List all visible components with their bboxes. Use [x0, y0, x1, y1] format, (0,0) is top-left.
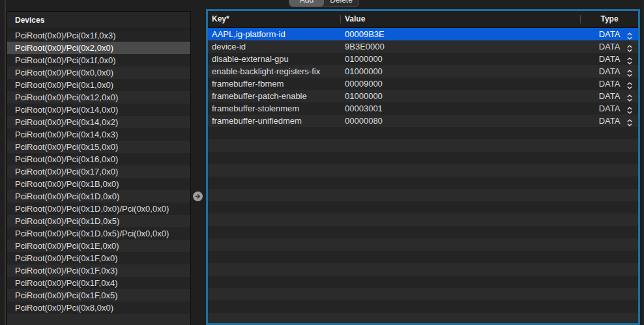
properties-table: Key* Value Type AAPL,ig-platform-id00009…	[206, 9, 640, 325]
device-list-item[interactable]: PciRoot(0x0)/Pci(0x1F,0x4)	[7, 277, 190, 289]
empty-table-stripe	[208, 189, 638, 201]
empty-table-stripe	[208, 152, 638, 164]
empty-table-stripe	[208, 127, 638, 139]
property-type-popup[interactable]: DATA	[581, 78, 638, 90]
property-value-cell[interactable]: 00003001	[345, 102, 383, 115]
empty-table-stripe	[208, 238, 638, 251]
device-list-item[interactable]: PciRoot(0x0)/Pci(0x14,0x3)	[7, 128, 190, 141]
add-delete-segmented-control: Add Delete	[289, 0, 359, 7]
empty-table-stripe	[208, 226, 638, 238]
property-value-cell[interactable]: 01000000	[345, 65, 383, 78]
properties-table-header: Key* Value Type	[208, 11, 638, 28]
property-key-cell[interactable]: framebuffer-unifiedmem	[212, 115, 338, 127]
transfer-arrow-button[interactable]	[193, 191, 203, 201]
property-row[interactable]: device-id9B3E0000DATA	[208, 40, 638, 53]
empty-table-stripe	[208, 164, 638, 177]
device-list-item[interactable]: PciRoot(0x0)/Pci(0x1f,0x3)	[7, 29, 190, 42]
property-value-cell[interactable]: 00009000	[345, 78, 383, 90]
device-list-item[interactable]: PciRoot(0x0)/Pci(0x16,0x0)	[7, 153, 190, 165]
empty-table-stripe	[208, 276, 638, 288]
arrow-right-icon	[195, 193, 201, 199]
column-header-key[interactable]: Key*	[212, 11, 229, 27]
devices-properties-screen: { "toolbar": { "segments": [ { "label": …	[0, 0, 644, 325]
property-type-popup[interactable]: DATA	[581, 53, 638, 65]
property-value-cell[interactable]: 01000000	[345, 90, 383, 102]
empty-table-stripe	[208, 177, 638, 189]
property-key-cell[interactable]: disable-external-gpu	[212, 53, 338, 65]
property-type-label: DATA	[599, 78, 621, 90]
device-list-item[interactable]: PciRoot(0x0)/Pci(0x8,0x0)	[7, 302, 190, 314]
property-row[interactable]: framebuffer-stolenmem00003001DATA	[208, 102, 638, 115]
device-list: PciRoot(0x0)/Pci(0x1f,0x3)PciRoot(0x0)/P…	[7, 29, 190, 325]
device-list-item[interactable]: PciRoot(0x0)/Pci(0x1D,0x0)/Pci(0x0,0x0)	[7, 203, 190, 215]
sidebar-splitter[interactable]	[5, 0, 6, 325]
property-row[interactable]: framebuffer-unifiedmem00000080DATA	[208, 115, 638, 127]
property-value-cell[interactable]: 00000080	[345, 115, 383, 127]
property-key-cell[interactable]: enable-backlight-registers-fix	[212, 65, 338, 78]
device-list-item[interactable]: PciRoot(0x0)/Pci(0x1F,0x3)	[7, 264, 190, 277]
empty-table-stripe	[208, 214, 638, 226]
device-list-item[interactable]: PciRoot(0x0)/Pci(0x1D,0x5)/Pci(0x0,0x0)	[7, 227, 190, 240]
property-type-label: DATA	[599, 40, 621, 53]
empty-table-stripe	[208, 201, 638, 214]
property-key-cell[interactable]: device-id	[212, 40, 338, 53]
device-list-item[interactable]: PciRoot(0x0)/Pci(0x1F,0x5)	[7, 289, 190, 302]
device-list-item[interactable]: PciRoot(0x0)/Pci(0x1D,0x0)	[7, 190, 190, 203]
device-list-item[interactable]: PciRoot(0x0)/Pci(0x1D,0x5)	[7, 215, 190, 227]
device-list-item[interactable]: PciRoot(0x0)/Pci(0x14,0x2)	[7, 116, 190, 128]
device-list-item[interactable]: PciRoot(0x0)/Pci(0x17,0x0)	[7, 165, 190, 178]
column-divider	[580, 15, 581, 23]
property-type-popup[interactable]: DATA	[581, 28, 638, 40]
device-list-item[interactable]: PciRoot(0x0)/Pci(0x15,0x0)	[7, 141, 190, 153]
property-key-cell[interactable]: framebuffer-stolenmem	[212, 102, 338, 115]
device-list-item[interactable]: PciRoot(0x0)/Pci(0x0,0x0)	[7, 66, 190, 79]
column-header-type[interactable]: Type	[581, 11, 638, 27]
devices-panel: Devices PciRoot(0x0)/Pci(0x1f,0x3)PciRoo…	[7, 11, 191, 325]
device-list-item[interactable]: PciRoot(0x0)/Pci(0x12,0x0)	[7, 91, 190, 104]
up-down-chevrons-icon[interactable]	[627, 117, 632, 130]
empty-table-stripe	[208, 139, 638, 152]
device-list-item[interactable]: PciRoot(0x0)/Pci(0x1F,0x0)	[7, 252, 190, 264]
column-header-value[interactable]: Value	[345, 11, 365, 27]
window-edge-divider	[643, 0, 643, 325]
property-type-popup[interactable]: DATA	[581, 102, 638, 115]
property-key-cell[interactable]: framebuffer-patch-enable	[212, 90, 338, 102]
devices-panel-header: Devices	[7, 12, 190, 29]
empty-table-stripe	[208, 251, 638, 263]
property-type-popup[interactable]: DATA	[581, 90, 638, 102]
property-type-label: DATA	[599, 65, 621, 78]
property-key-cell[interactable]: framebuffer-fbmem	[212, 78, 338, 90]
device-list-item[interactable]: PciRoot(0x0)/Pci(0x1B,0x0)	[7, 178, 190, 190]
device-list-item[interactable]: PciRoot(0x0)/Pci(0x1E,0x0)	[7, 240, 190, 252]
property-row[interactable]: framebuffer-patch-enable01000000DATA	[208, 90, 638, 102]
property-type-popup[interactable]: DATA	[581, 115, 638, 127]
property-type-label: DATA	[599, 53, 621, 65]
property-value-cell[interactable]: 9B3E0000	[345, 40, 385, 53]
empty-table-stripe	[208, 288, 638, 300]
property-type-popup[interactable]: DATA	[581, 40, 638, 53]
property-key-cell[interactable]: AAPL,ig-platform-id	[212, 28, 338, 40]
property-type-label: DATA	[599, 102, 621, 115]
device-list-item[interactable]: PciRoot(0x0)/Pci(0x14,0x0)	[7, 104, 190, 116]
property-row[interactable]: framebuffer-fbmem00009000DATA	[208, 78, 638, 90]
property-type-popup[interactable]: DATA	[581, 65, 638, 78]
empty-list-stripe	[7, 314, 190, 325]
device-list-item[interactable]: PciRoot(0x0)/Pci(0x1,0x0)	[7, 79, 190, 91]
add-segment[interactable]: Add	[289, 0, 324, 7]
property-value-cell[interactable]: 00009B3E	[345, 28, 385, 40]
property-value-cell[interactable]: 01000000	[345, 53, 383, 65]
empty-table-stripe	[208, 300, 638, 313]
properties-table-body: AAPL,ig-platform-id00009B3EDATAdevice-id…	[208, 28, 638, 325]
empty-table-stripe	[208, 263, 638, 276]
property-type-label: DATA	[599, 28, 621, 40]
property-row[interactable]: AAPL,ig-platform-id00009B3EDATA	[208, 28, 638, 40]
property-row[interactable]: disable-external-gpu01000000DATA	[208, 53, 638, 65]
empty-table-stripe	[208, 313, 638, 325]
property-row[interactable]: enable-backlight-registers-fix01000000DA…	[208, 65, 638, 78]
column-divider	[340, 15, 341, 23]
device-list-item[interactable]: PciRoot(0x0)/Pci(0x1f,0x0)	[7, 54, 190, 66]
delete-segment[interactable]: Delete	[324, 0, 359, 7]
device-list-item[interactable]: PciRoot(0x0)/Pci(0x2,0x0)	[7, 42, 190, 54]
property-type-label: DATA	[599, 115, 621, 127]
property-type-label: DATA	[599, 90, 621, 102]
